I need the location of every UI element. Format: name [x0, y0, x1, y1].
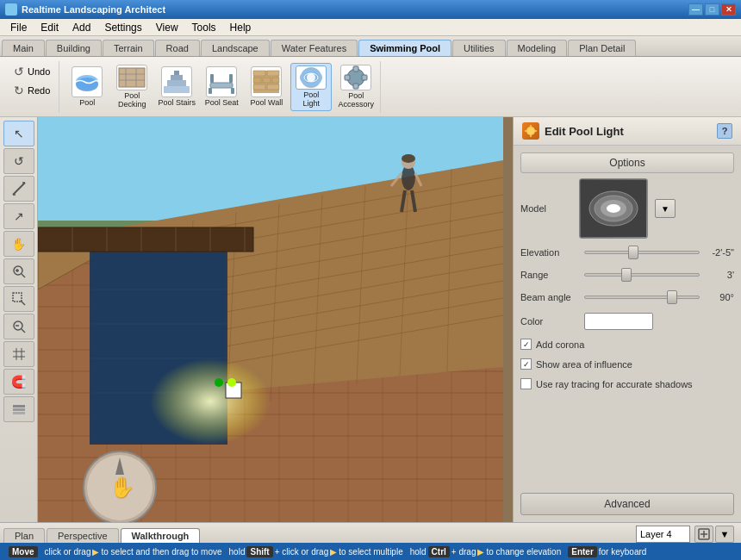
sidebar-pan[interactable]: ✋ [3, 231, 34, 257]
view-tab-walkthrough[interactable]: Walkthrough [121, 528, 201, 543]
sidebar-zoom-area[interactable] [3, 286, 34, 312]
svg-point-113 [150, 358, 271, 445]
view-tab-plan[interactable]: Plan [3, 528, 45, 543]
tab-utilities[interactable]: Utilities [452, 40, 505, 56]
layer-buttons: ▼ [694, 526, 734, 543]
svg-rect-11 [210, 83, 233, 88]
elevation-thumb[interactable] [628, 246, 638, 259]
zoom-out-icon [11, 319, 27, 334]
svg-rect-30 [353, 66, 358, 72]
panel-help-button[interactable]: ? [717, 123, 732, 139]
main-content: ↖ ↺ ↗ ✋ [0, 117, 741, 522]
tab-building[interactable]: Building [46, 40, 102, 56]
menu-add[interactable]: Add [65, 20, 97, 35]
undo-button[interactable]: ↺ Undo [9, 63, 55, 80]
svg-rect-8 [167, 80, 186, 86]
menu-tools[interactable]: Tools [185, 20, 223, 35]
pool-decking-icon-box [116, 65, 147, 90]
tool-pool[interactable]: Pool [66, 63, 108, 111]
sidebar: ↖ ↺ ↗ ✋ [0, 117, 38, 522]
svg-point-137 [607, 204, 620, 213]
sidebar-zoom-in[interactable] [3, 258, 34, 284]
sidebar-snap[interactable]: 🧲 [3, 369, 34, 395]
checkbox-raytrace-input[interactable] [520, 378, 532, 389]
layer-select[interactable]: Layer 1 Layer 2 Layer 3 Layer 4 Layer 5 [636, 526, 690, 543]
tab-terrain[interactable]: Terrain [103, 40, 154, 56]
elevation-slider[interactable] [584, 246, 700, 259]
model-dropdown-button[interactable]: ▼ [655, 199, 676, 218]
move-key: Move [9, 546, 38, 557]
svg-rect-9 [171, 75, 183, 80]
redo-label: Redo [28, 85, 50, 96]
redo-button[interactable]: ↻ Redo [9, 82, 55, 99]
menu-help[interactable]: Help [223, 20, 258, 35]
color-picker[interactable] [584, 313, 653, 330]
hold-label: hold [229, 547, 246, 557]
view-tab-perspective[interactable]: Perspective [47, 528, 118, 543]
sidebar-undo[interactable]: ↺ [3, 148, 34, 174]
pool-tools-group: Pool PoolDecking [63, 61, 381, 113]
menu-edit[interactable]: Edit [34, 20, 65, 35]
grid-icon [11, 346, 27, 362]
sidebar-zoom-out[interactable] [3, 314, 34, 339]
menubar: File Edit Add Settings View Tools Help [0, 19, 741, 36]
range-thumb[interactable] [621, 268, 632, 282]
advanced-button[interactable]: Advanced [520, 493, 734, 515]
status-enter: Enter for keyboard [564, 546, 650, 557]
menu-view[interactable]: View [149, 20, 185, 35]
tab-modeling[interactable]: Modeling [507, 40, 568, 56]
range-slider[interactable] [584, 268, 700, 282]
cursor-icon: ▶ [92, 547, 99, 557]
maximize-button[interactable]: □ [705, 3, 719, 16]
shift-end: to select multiple [339, 547, 402, 557]
redo-icon: ↻ [14, 84, 24, 97]
sidebar-select[interactable]: ↖ [3, 121, 34, 146]
scene-svg: ✋ [38, 117, 513, 522]
minimize-button[interactable]: — [688, 3, 703, 16]
close-button[interactable]: ✕ [721, 3, 736, 16]
svg-line-34 [13, 183, 25, 195]
pool-light-icon [296, 65, 326, 90]
beam-slider[interactable] [584, 290, 700, 304]
svg-rect-52 [13, 412, 25, 414]
sidebar-arrow[interactable]: ↗ [3, 203, 34, 229]
pool-icon [72, 67, 102, 96]
tab-plan-detail[interactable]: Plan Detail [568, 40, 636, 56]
layers-icon [11, 401, 27, 417]
undo-icon: ↺ [14, 65, 24, 78]
range-value: 3' [703, 270, 734, 280]
zoom-area-icon [11, 291, 27, 307]
svg-rect-12 [210, 74, 214, 83]
pool-label: Pool [79, 99, 95, 108]
tool-pool-stairs[interactable]: Pool Stairs [156, 63, 197, 111]
layer-btn-2[interactable]: ▼ [715, 526, 734, 543]
toolbar: ↺ Undo ↻ Redo Pool [0, 57, 741, 117]
tool-pool-light[interactable]: PoolLight [290, 63, 332, 111]
sidebar-grid[interactable] [3, 341, 34, 367]
checkbox-area-input[interactable]: ✓ [520, 358, 532, 370]
tab-water[interactable]: Water Features [271, 40, 358, 56]
tab-road[interactable]: Road [155, 40, 200, 56]
tool-pool-accessory[interactable]: Pool Accessory [335, 63, 377, 111]
tool-pool-decking[interactable]: PoolDecking [111, 63, 153, 111]
svg-point-26 [307, 73, 315, 82]
beam-thumb[interactable] [667, 290, 677, 304]
tab-swimming-pool[interactable]: Swimming Pool [358, 40, 451, 56]
layer-btn-1[interactable] [694, 526, 713, 543]
checkbox-corona-input[interactable]: ✓ [520, 339, 532, 350]
measure-icon [11, 181, 27, 196]
menu-file[interactable]: File [3, 20, 34, 35]
tool-pool-seat[interactable]: Pool Seat [201, 63, 242, 111]
tab-landscape[interactable]: Landscape [201, 40, 270, 56]
viewport[interactable]: ✋ [38, 117, 513, 522]
sidebar-layers[interactable] [3, 396, 34, 422]
sidebar-measure[interactable] [3, 176, 34, 202]
tab-main[interactable]: Main [2, 40, 45, 56]
pool-accessory-label: Pool Accessory [337, 92, 375, 109]
menu-settings[interactable]: Settings [97, 20, 148, 35]
tool-pool-wall[interactable]: Pool Wall [246, 63, 287, 111]
range-track [584, 273, 700, 277]
undo-label: Undo [28, 66, 50, 77]
options-button[interactable]: Options [520, 152, 734, 173]
pool-accessory-icon-box [340, 65, 371, 90]
